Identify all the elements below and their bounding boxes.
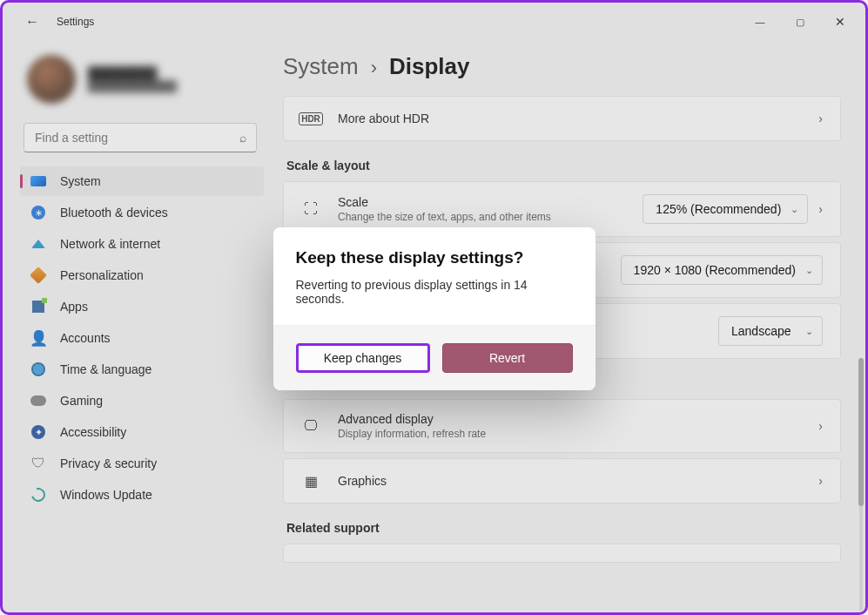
display-settings-dialog: Keep these display settings? Reverting t… [273, 227, 595, 390]
dialog-message: Reverting to previous display settings i… [296, 278, 573, 306]
dialog-title: Keep these display settings? [296, 248, 573, 267]
modal-overlay: Keep these display settings? Reverting t… [3, 3, 865, 612]
revert-button[interactable]: Revert [442, 343, 573, 373]
keep-changes-button[interactable]: Keep changes [296, 343, 430, 373]
